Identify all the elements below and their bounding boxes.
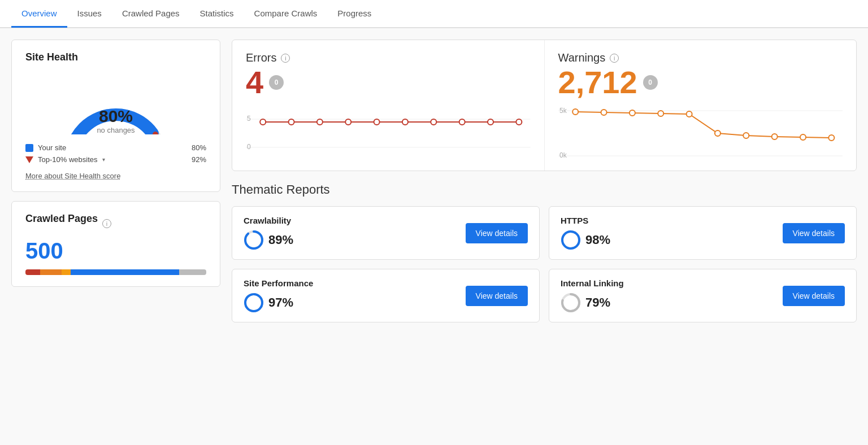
warnings-title: Warnings bbox=[558, 51, 606, 64]
svg-point-32 bbox=[562, 232, 579, 248]
report-card-https: HTTPS 98% View details bbox=[549, 206, 857, 260]
svg-point-19 bbox=[572, 109, 578, 115]
legend-top10-row: Top-10% websites ▾ 92% bbox=[25, 155, 206, 164]
report-left-internal-linking: Internal Linking 79% bbox=[561, 278, 624, 313]
warnings-info-icon[interactable]: i bbox=[610, 54, 619, 63]
report-card-site-performance: Site Performance 97% View details bbox=[232, 269, 540, 322]
your-site-label: Your site bbox=[38, 143, 66, 152]
crawled-title-row: Crawled Pages i bbox=[25, 213, 206, 234]
reports-grid: Crawlability 89% View details bbox=[232, 206, 857, 322]
tab-overview[interactable]: Overview bbox=[11, 1, 67, 28]
site-health-title: Site Health bbox=[25, 51, 206, 63]
gauge-percent: 80% bbox=[97, 108, 134, 125]
svg-point-27 bbox=[800, 134, 805, 140]
tab-crawled-pages[interactable]: Crawled Pages bbox=[112, 1, 190, 28]
site-performance-score: 97% bbox=[268, 295, 293, 310]
svg-point-8 bbox=[345, 119, 351, 125]
legend-top10-left: Top-10% websites ▾ bbox=[25, 155, 105, 164]
crawled-pages-bar bbox=[25, 269, 206, 275]
bar-warnings bbox=[40, 269, 62, 275]
internal-linking-donut bbox=[561, 293, 581, 313]
top10-triangle-icon bbox=[25, 156, 33, 163]
svg-point-34 bbox=[245, 294, 262, 311]
tab-progress[interactable]: Progress bbox=[327, 1, 381, 28]
left-sidebar: Site Health 80% no changes bbox=[11, 40, 220, 322]
gauge-wrapper: 80% no changes bbox=[59, 72, 172, 134]
crawled-pages-card: Crawled Pages i 500 bbox=[11, 201, 220, 287]
report-left-https: HTTPS 98% bbox=[561, 216, 610, 250]
site-performance-donut bbox=[244, 293, 264, 313]
legend-your-site-left: Your site bbox=[25, 143, 66, 152]
svg-point-12 bbox=[459, 119, 465, 125]
warnings-chart-svg: 5k 0k bbox=[558, 105, 843, 162]
svg-point-11 bbox=[431, 119, 436, 125]
svg-text:0k: 0k bbox=[559, 151, 567, 159]
gauge-container: 80% no changes bbox=[25, 72, 206, 134]
crawlability-name: Crawlability bbox=[244, 216, 293, 225]
crawlability-view-details-btn[interactable]: View details bbox=[466, 223, 528, 243]
crawlability-score: 89% bbox=[268, 233, 293, 247]
svg-text:5: 5 bbox=[247, 115, 251, 123]
gauge-sublabel: no changes bbox=[97, 126, 134, 134]
svg-text:0: 0 bbox=[247, 143, 251, 151]
legend-your-site-row: Your site 80% bbox=[25, 143, 206, 152]
site-health-card: Site Health 80% no changes bbox=[11, 40, 220, 192]
errors-value: 4 bbox=[246, 67, 263, 98]
tab-statistics[interactable]: Statistics bbox=[190, 1, 244, 28]
warnings-value: 2,712 bbox=[558, 67, 637, 98]
right-content: Errors i 4 0 5 0 bbox=[232, 40, 857, 322]
https-view-details-btn[interactable]: View details bbox=[783, 223, 845, 243]
errors-mini-chart: 5 0 bbox=[246, 105, 531, 162]
report-card-internal-linking: Internal Linking 79% View details bbox=[549, 269, 857, 322]
crawled-pages-value: 500 bbox=[25, 238, 206, 264]
report-left-crawlability: Crawlability 89% bbox=[244, 216, 293, 250]
site-performance-view-details-btn[interactable]: View details bbox=[466, 286, 528, 306]
warnings-mini-chart: 5k 0k bbox=[558, 105, 843, 162]
svg-point-21 bbox=[629, 110, 635, 116]
https-score-row: 98% bbox=[561, 230, 610, 250]
warnings-block: Warnings i 2,712 0 5k 0k bbox=[545, 40, 857, 171]
crawlability-score-row: 89% bbox=[244, 230, 293, 250]
internal-linking-score-row: 79% bbox=[561, 293, 624, 313]
tab-bar: Overview Issues Crawled Pages Statistics… bbox=[0, 0, 868, 28]
svg-point-26 bbox=[771, 134, 777, 139]
svg-point-9 bbox=[374, 119, 380, 125]
bar-errors bbox=[25, 269, 40, 275]
warnings-badge: 0 bbox=[643, 75, 658, 90]
tab-issues[interactable]: Issues bbox=[67, 1, 112, 28]
thematic-reports-section: Thematic Reports Crawlability 89% bbox=[232, 182, 857, 322]
warnings-value-row: 2,712 0 bbox=[558, 67, 843, 98]
svg-point-5 bbox=[260, 119, 266, 125]
bar-ok bbox=[71, 269, 179, 275]
gauge-text: 80% no changes bbox=[97, 108, 134, 134]
thematic-reports-title: Thematic Reports bbox=[232, 182, 857, 197]
metrics-row: Errors i 4 0 5 0 bbox=[232, 40, 857, 171]
top10-label: Top-10% websites bbox=[38, 155, 98, 164]
svg-point-6 bbox=[289, 119, 294, 125]
svg-point-10 bbox=[402, 119, 408, 125]
https-name: HTTPS bbox=[561, 216, 610, 225]
errors-block: Errors i 4 0 5 0 bbox=[232, 40, 545, 171]
errors-info-icon[interactable]: i bbox=[281, 54, 290, 63]
svg-point-20 bbox=[601, 110, 606, 115]
errors-chart-svg: 5 0 bbox=[246, 105, 531, 162]
warnings-title-row: Warnings i bbox=[558, 51, 843, 64]
internal-linking-score: 79% bbox=[585, 295, 610, 310]
top10-value: 92% bbox=[192, 155, 206, 164]
svg-point-25 bbox=[743, 133, 749, 138]
crawled-pages-info-icon[interactable]: i bbox=[102, 219, 111, 228]
svg-point-23 bbox=[686, 111, 692, 117]
report-left-site-performance: Site Performance 97% bbox=[244, 278, 313, 313]
https-score: 98% bbox=[585, 233, 610, 247]
your-site-value: 80% bbox=[192, 143, 206, 152]
tab-compare-crawls[interactable]: Compare Crawls bbox=[244, 1, 328, 28]
bar-notices bbox=[62, 269, 71, 275]
chevron-down-icon: ▾ bbox=[102, 156, 105, 163]
main-content: Site Health 80% no changes bbox=[0, 28, 868, 334]
internal-linking-view-details-btn[interactable]: View details bbox=[783, 286, 845, 306]
svg-point-28 bbox=[828, 135, 834, 141]
more-about-score-link[interactable]: More about Site Health score bbox=[25, 172, 120, 180]
svg-point-14 bbox=[516, 119, 522, 125]
your-site-color-square bbox=[25, 144, 33, 152]
errors-value-row: 4 0 bbox=[246, 67, 531, 98]
